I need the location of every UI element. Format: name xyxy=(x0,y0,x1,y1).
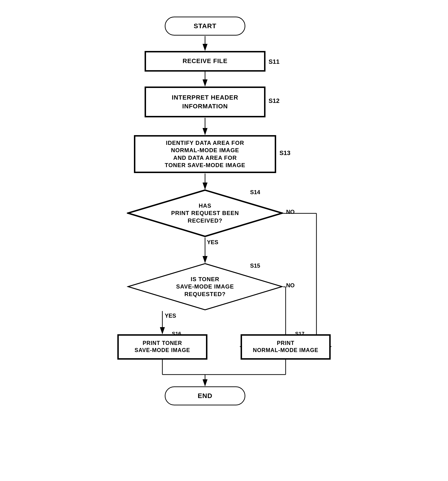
s17-label: PRINT NORMAL-MODE IMAGE xyxy=(253,340,318,354)
s11-label: S11 xyxy=(269,58,279,65)
s17-step-label: S17 xyxy=(295,331,304,337)
s15-yes-label: YES xyxy=(165,312,176,319)
end-shape: END xyxy=(165,386,245,405)
s13-label: S13 xyxy=(279,149,290,157)
start-shape: START xyxy=(165,17,245,36)
receive-file-shape: RECEIVE FILE xyxy=(145,51,265,72)
identify-data-label: IDENTIFY DATA AREA FOR NORMAL-MODE IMAGE… xyxy=(165,139,245,169)
s15-text: IS TONERSAVE-MODE IMAGEREQUESTED? xyxy=(176,276,234,298)
s14-yes-label: YES xyxy=(207,239,218,246)
s15-diamond-container: IS TONERSAVE-MODE IMAGEREQUESTED? xyxy=(127,263,283,311)
s14-text: HASPRINT REQUEST BEENRECEIVED? xyxy=(171,202,239,224)
s16-shape: PRINT TONER SAVE-MODE IMAGE xyxy=(117,334,207,360)
interpret-header-label: INTERPRET HEADER INFORMATION xyxy=(172,93,238,111)
s14-no-label: NO xyxy=(286,209,295,215)
start-label: START xyxy=(194,22,217,30)
s16-step-label: S16 xyxy=(172,331,181,337)
s14-label: S14 xyxy=(250,189,260,195)
s12-label: S12 xyxy=(269,97,279,105)
s15-label: S15 xyxy=(250,263,260,269)
s14-diamond-container: HASPRINT REQUEST BEENRECEIVED? xyxy=(127,189,283,238)
end-label: END xyxy=(198,392,212,400)
identify-data-shape: IDENTIFY DATA AREA FOR NORMAL-MODE IMAGE… xyxy=(134,135,276,173)
flowchart-diagram: START RECEIVE FILE S11 INTERPRET HEADER … xyxy=(94,9,354,472)
interpret-header-shape: INTERPRET HEADER INFORMATION xyxy=(145,87,265,117)
s17-shape: PRINT NORMAL-MODE IMAGE xyxy=(241,334,331,360)
s15-no-label: NO xyxy=(286,282,295,289)
receive-file-label: RECEIVE FILE xyxy=(183,57,228,65)
s16-label: PRINT TONER SAVE-MODE IMAGE xyxy=(135,340,190,354)
